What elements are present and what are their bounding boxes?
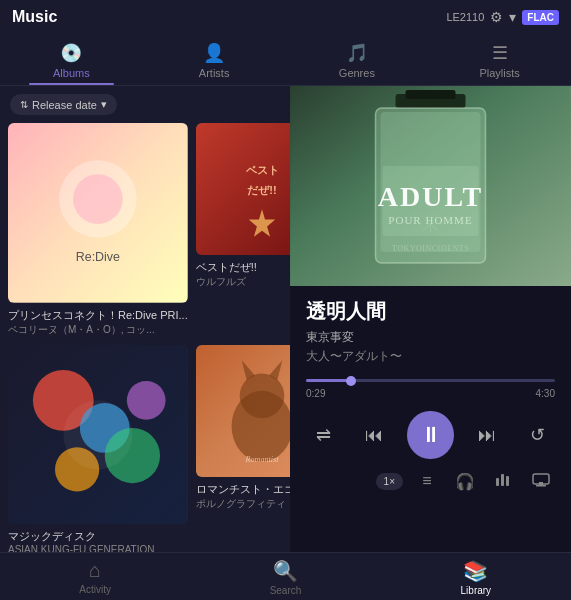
search-label: Search [270,585,302,596]
progress-thumb [346,376,356,386]
shuffle-icon: ⇌ [316,424,331,446]
svg-rect-40 [406,90,456,99]
cast-button[interactable] [527,467,555,495]
svg-text:TOKYOINCIDENTS: TOKYOINCIDENTS [392,244,469,253]
svg-rect-50 [496,478,499,486]
artists-icon: 👤 [203,42,225,64]
bottom-nav-search[interactable]: 🔍 Search [190,559,380,596]
current-time: 0:29 [306,388,325,399]
svg-rect-55 [536,485,546,487]
equalizer-icon [494,470,512,492]
bottom-nav-activity[interactable]: ⌂ Activity [0,559,190,596]
svg-point-2 [73,174,123,224]
filter-label: Release date [32,99,97,111]
prev-icon: ⏮ [365,425,383,446]
chevron-down-icon[interactable]: ▾ [509,9,516,25]
list-item[interactable]: Romantist ロマンチスト・エゴイスト ポルノグラフィティ [196,345,290,552]
album-cover: ベスト だぜ!! [196,123,290,255]
svg-text:Romantist: Romantist [244,454,279,463]
library-icon: 📚 [463,559,488,583]
top-bar: Music LE2110 ⚙ ▾ FLAC [0,0,571,34]
device-label: LE2110 [446,11,484,23]
album-artist: ウルフルズ [196,275,290,289]
filter-icon: ⇅ [20,99,28,110]
now-playing-info: 透明人間 東京事変 大人〜アダルト〜 [290,286,571,371]
filter-chevron-icon: ▾ [101,98,107,111]
equalizer-button[interactable] [489,467,517,495]
tab-artists-label: Artists [199,67,230,79]
album-cover: Romantist [196,345,290,477]
gear-icon[interactable]: ⚙ [490,9,503,25]
album-title: ベストだぜ!! [196,260,290,275]
speed-button[interactable]: 1× [376,473,403,490]
svg-text:だぜ!!: だぜ!! [247,184,276,196]
filter-bar: ⇅ Release date ▾ [0,86,290,123]
player-controls: ⇌ ⏮ ⏸ ⏭ ↺ [290,403,571,465]
total-time: 4:30 [536,388,555,399]
album-art-svg: ADULT POUR HOMME TOKYOINCIDENTS [290,86,571,286]
album-title: プリンセスコネクト！Re:Dive PRI... [8,308,188,323]
svg-point-13 [127,381,166,420]
app-title: Music [12,8,57,26]
albums-icon: 💿 [60,42,82,64]
svg-text:ADULT: ADULT [378,181,483,212]
track-artist: 東京事変 [306,329,555,346]
activity-label: Activity [79,584,111,595]
prev-button[interactable]: ⏮ [357,417,392,453]
album-title: マジックディスク [8,529,188,544]
tab-genres[interactable]: 🎵 Genres [286,34,429,85]
album-artist: ペコリーヌ（M・A・O）, コッ... [8,323,188,337]
svg-text:ベスト: ベスト [244,164,278,176]
activity-icon: ⌂ [89,559,101,582]
svg-rect-54 [539,482,543,485]
list-item[interactable]: マジックディスク ASIAN KUNG-FU GENERATION [8,345,188,552]
album-title: ロマンチスト・エゴイスト [196,482,290,497]
playlists-icon: ☰ [492,42,508,64]
flac-badge: FLAC [522,10,559,25]
album-grid: Re:Dive プリンセスコネクト！Re:Dive PRI... ペコリーヌ（M… [0,123,290,552]
bottom-nav: ⌂ Activity 🔍 Search 📚 Library [0,552,571,600]
speed-label: 1× [384,476,395,487]
tab-playlists-label: Playlists [479,67,519,79]
filter-button[interactable]: ⇅ Release date ▾ [10,94,117,115]
left-panel: ⇅ Release date ▾ [0,86,290,552]
search-icon: 🔍 [273,559,298,583]
tab-albums[interactable]: 💿 Albums [0,34,143,85]
play-pause-button[interactable]: ⏸ [407,411,453,459]
bottom-nav-library[interactable]: 📚 Library [381,559,571,596]
next-button[interactable]: ⏭ [470,417,505,453]
album-cover: Re:Dive [8,123,188,303]
progress-times: 0:29 4:30 [306,388,555,399]
album-artist: ASIAN KUNG-FU GENERATION [8,544,188,552]
track-album: 大人〜アダルト〜 [306,348,555,365]
genres-icon: 🎵 [346,42,368,64]
tab-genres-label: Genres [339,67,375,79]
cast-icon [532,470,550,492]
top-bar-right: LE2110 ⚙ ▾ FLAC [446,9,559,25]
album-artist: ポルノグラフィティ [196,497,290,511]
repeat-icon: ↺ [530,424,545,446]
list-item[interactable]: ベスト だぜ!! ベストだぜ!! ウルフルズ [196,123,290,337]
right-panel: ADULT POUR HOMME TOKYOINCIDENTS 透明人間 東京事… [290,86,571,552]
queue-icon: ≡ [422,472,431,490]
nav-tabs: 💿 Albums 👤 Artists 🎵 Genres ☰ Playlists [0,34,571,86]
main-content: ⇅ Release date ▾ [0,86,571,552]
tab-playlists[interactable]: ☰ Playlists [428,34,571,85]
svg-point-14 [63,400,132,469]
library-label: Library [461,585,492,596]
list-item[interactable]: Re:Dive プリンセスコネクト！Re:Dive PRI... ペコリーヌ（M… [8,123,188,337]
progress-section: 0:29 4:30 [290,371,571,403]
pause-icon: ⏸ [420,422,442,448]
queue-button[interactable]: ≡ [413,467,441,495]
svg-rect-51 [501,474,504,486]
now-playing-art: ADULT POUR HOMME TOKYOINCIDENTS [290,86,571,286]
repeat-button[interactable]: ↺ [520,417,555,453]
tab-artists[interactable]: 👤 Artists [143,34,286,85]
svg-text:Re:Dive: Re:Dive [76,250,120,264]
svg-rect-52 [506,476,509,486]
extra-controls: 1× ≡ 🎧 [290,465,571,501]
progress-bar[interactable] [306,379,555,382]
headphone-button[interactable]: 🎧 [451,467,479,495]
shuffle-button[interactable]: ⇌ [306,417,341,453]
progress-fill [306,379,351,382]
